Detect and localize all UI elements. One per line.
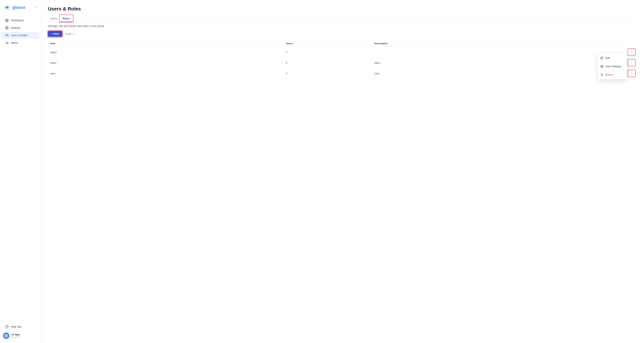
dropdown-divider-1 [598,62,627,62]
svg-rect-4 [7,21,8,22]
svg-point-7 [6,34,7,35]
svg-point-6 [6,27,8,28]
svg-point-1 [6,7,8,8]
admin-icon [5,41,8,44]
sidebar-item-users-roles[interactable]: Users & Roles [2,32,40,39]
sidebar-collapse-button[interactable]: « [36,6,37,9]
user-info: TJ Test Group ID [11,333,33,338]
logo-area: glance « [0,0,41,14]
user-name: TJ Test [11,333,33,336]
users-icon [5,34,8,37]
dropdown-edit-label: Edit [605,56,610,59]
dropdown-item-edit[interactable]: Edit [598,54,627,61]
cell-users-agent: 1 [284,47,372,57]
cell-users-user: 2 [284,68,372,79]
toolbar: + New Roles: 3 [48,31,637,37]
cell-desc-agent: - [372,47,578,57]
dropdown-delete-label: Delete [605,73,613,76]
roles-count: Roles: 3 [65,32,74,35]
cell-role-intern: Intern [48,57,284,68]
settings-icon [5,26,8,29]
main-content: Users & Roles Users Roles Manage, edit a… [41,0,644,343]
svg-line-12 [8,44,8,44]
user-avatar [3,333,9,339]
table-row: Intern 0 intern ⋮ [48,57,637,68]
dashboard-icon [5,19,8,22]
sidebar-user-area[interactable]: TJ Test Group ID ⋯ [0,331,41,341]
svg-point-17 [602,66,602,67]
table-header-row: Role Users Description [48,40,637,47]
cell-users-intern: 0 [284,57,372,68]
dropdown-view-settings-label: View Settings [605,65,621,68]
sidebar-item-admin-label: Admin [11,41,18,44]
help-icon [5,325,8,329]
sidebar-item-help-label: Help Site [11,325,22,328]
user-more-button[interactable]: ⋯ [34,334,38,338]
sidebar-item-admin[interactable]: Admin [2,39,40,46]
view-settings-icon [600,65,604,68]
page-description: Manage, edit and create new roles in you… [48,24,637,27]
sidebar-item-settings[interactable]: Settings [2,24,40,31]
row-action-button-intern[interactable]: ⋮ [628,60,635,66]
dropdown-item-delete[interactable]: Delete [598,71,627,78]
col-header-users: Users [284,40,372,47]
tabs-bar: Users Roles [48,15,637,22]
col-header-actions [578,40,637,47]
table-body: Agent 1 - ⋮ Intern 0 intern ⋮ User 2 Use… [48,47,637,79]
table-header: Role Users Description [48,40,637,47]
cell-role-agent: Agent [48,47,284,57]
logo-text: glance [12,5,26,10]
sidebar-item-settings-label: Settings [11,26,20,29]
page-title: Users & Roles [48,6,637,12]
sidebar-bottom: Help Site TJ Test Group ID ⋯ [0,320,41,343]
dropdown-divider-2 [598,70,627,71]
cell-role-user: User [48,68,284,79]
edit-icon [600,56,604,59]
svg-rect-2 [6,19,6,20]
cell-desc-user: User [372,68,578,79]
delete-icon [600,73,604,76]
svg-rect-3 [7,19,8,20]
user-group: Group ID [11,336,33,338]
new-button[interactable]: + New [48,31,62,37]
glance-logo-icon [4,4,10,11]
globe-icon [4,334,8,338]
sidebar: glance « Dashboard Settings Users & Role… [0,0,41,343]
row-action-button-user[interactable]: ⋮ [628,70,635,76]
new-button-label: + New [51,32,59,35]
sidebar-item-dashboard-label: Dashboard [11,19,24,22]
svg-point-11 [7,43,8,44]
row-action-button-agent[interactable]: ⋮ [628,49,635,55]
cell-desc-intern: intern [372,57,578,68]
context-menu: Edit View Settings Delete [597,53,627,79]
roles-table: Role Users Description Agent 1 - ⋮ Inter… [48,40,637,79]
table-row: Agent 1 - ⋮ [48,47,637,57]
sidebar-item-users-roles-label: Users & Roles [11,34,28,37]
tab-roles[interactable]: Roles [60,15,72,22]
sidebar-nav: Dashboard Settings Users & Roles Admin [0,14,41,320]
tab-users[interactable]: Users [48,15,60,22]
table-row: User 2 User ⋮ [48,68,637,79]
col-header-role: Role [48,40,284,47]
sidebar-item-dashboard[interactable]: Dashboard [2,17,40,24]
col-header-description: Description [372,40,578,47]
dropdown-item-view-settings[interactable]: View Settings [598,63,627,70]
svg-rect-5 [6,21,6,22]
sidebar-item-help[interactable]: Help Site [2,323,40,330]
